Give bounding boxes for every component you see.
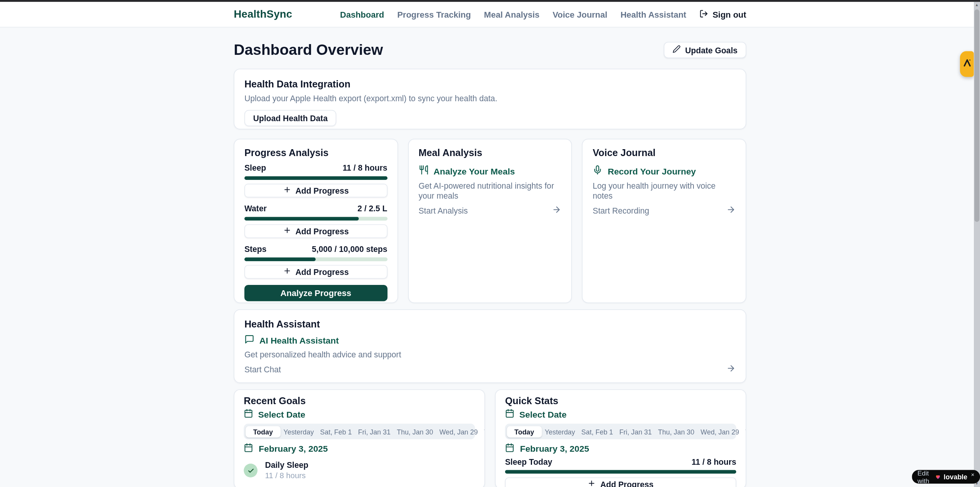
tab-thu-jan-30[interactable]: Thu, Jan 30 — [655, 426, 697, 437]
steps-tracker-header: Steps 5,000 / 10,000 steps — [244, 244, 387, 254]
steps-progress-fill — [244, 257, 316, 261]
gradient-heart-icon — [936, 473, 940, 480]
card-description: Upload your Apple Health export (export.… — [244, 94, 736, 104]
plus-icon — [588, 479, 596, 487]
tab-fri-jan-31[interactable]: Fri, Jan 31 — [355, 426, 394, 437]
voice-journal-card: Voice Journal Record Your Journey Log yo… — [582, 139, 746, 303]
health-data-integration-card: Health Data Integration Upload your Appl… — [234, 69, 746, 129]
calendar-icon — [505, 443, 514, 454]
vertical-scrollbar[interactable]: ▲ ▼ — [973, 2, 980, 487]
lovable-editor-toggle-button[interactable] — [960, 51, 974, 77]
update-goals-button[interactable]: Update Goals — [664, 42, 746, 58]
plus-icon — [283, 186, 291, 196]
steps-progress-bar — [244, 257, 387, 261]
goal-name: Daily Sleep — [265, 461, 308, 470]
tracker-label: Water — [244, 204, 267, 214]
arrow-right-icon — [726, 364, 735, 375]
tab-wed-jan-29[interactable]: Wed, Jan 29 — [436, 426, 481, 437]
card-title: Recent Goals — [244, 395, 475, 407]
record-your-journey-link[interactable]: Record Your Journey — [593, 165, 736, 177]
tab-today[interactable]: Today — [245, 426, 280, 437]
add-water-progress-button[interactable]: Add Progress — [244, 224, 387, 238]
quick-stats-card: Quick Stats Select Date Today Yesterday … — [495, 389, 746, 487]
progress-analysis-card: Progress Analysis Sleep 11 / 8 hours Add… — [234, 139, 398, 303]
plus-icon — [283, 226, 291, 236]
app-logo: HealthSync — [234, 8, 292, 21]
tab-fri-jan-31[interactable]: Fri, Jan 31 — [616, 426, 655, 437]
sleep-today-header: Sleep Today 11 / 8 hours — [505, 457, 736, 467]
meal-analysis-card: Meal Analysis Analyze Your Meals Get AI-… — [408, 139, 572, 303]
stat-label: Sleep Today — [505, 457, 552, 467]
page-title: Dashboard Overview — [234, 41, 383, 59]
pencil-icon — [673, 45, 681, 55]
arrow-right-icon — [552, 205, 561, 217]
stat-value: 11 / 8 hours — [692, 457, 736, 467]
card-title: Health Assistant — [244, 318, 736, 330]
upload-health-data-button[interactable]: Upload Health Data — [244, 110, 336, 126]
arrow-right-icon — [726, 205, 735, 217]
tab-yesterday[interactable]: Yesterday — [542, 426, 578, 437]
sleep-progress-fill — [244, 176, 387, 180]
tab-today[interactable]: Today — [507, 426, 542, 437]
add-steps-progress-button[interactable]: Add Progress — [244, 265, 387, 279]
nav-meal-analysis[interactable]: Meal Analysis — [484, 10, 540, 19]
calendar-icon — [505, 409, 514, 420]
nav-voice-journal[interactable]: Voice Journal — [553, 10, 608, 19]
selected-date: February 3, 2025 — [505, 443, 736, 454]
calendar-icon — [244, 443, 253, 454]
select-date-button[interactable]: Select Date — [505, 409, 736, 420]
water-tracker-header: Water 2 / 2.5 L — [244, 204, 387, 214]
tab-sat-feb-1[interactable]: Sat, Feb 1 — [578, 426, 616, 437]
start-analysis-action[interactable]: Start Analysis — [418, 205, 562, 217]
select-date-button[interactable]: Select Date — [244, 409, 475, 420]
tab-wed-jan-29[interactable]: Wed, Jan 29 — [697, 426, 742, 437]
app-header: HealthSync Dashboard Progress Tracking M… — [0, 2, 980, 28]
analyze-your-meals-link[interactable]: Analyze Your Meals — [418, 165, 562, 177]
tab-tue-jan-28[interactable]: Tue, Jan 28 — [742, 426, 746, 437]
scrollbar-thumb[interactable] — [974, 9, 980, 222]
nav-dashboard[interactable]: Dashboard — [340, 10, 384, 19]
sleep-progress-bar — [244, 176, 387, 180]
date-tabs: Today Yesterday Sat, Feb 1 Fri, Jan 31 T… — [244, 424, 475, 439]
close-icon[interactable]: × — [971, 472, 975, 478]
tab-thu-jan-30[interactable]: Thu, Jan 30 — [394, 426, 436, 437]
card-title: Quick Stats — [505, 395, 736, 407]
sleep-tracker-header: Sleep 11 / 8 hours — [244, 163, 387, 173]
sign-out-button[interactable]: Sign out — [699, 9, 746, 20]
ai-health-assistant-link[interactable]: AI Health Assistant — [244, 334, 736, 346]
chat-bubble-icon — [244, 334, 254, 346]
lovable-glyph-icon — [962, 58, 972, 70]
recent-goals-card: Recent Goals Select Date Today Yesterday… — [234, 389, 485, 487]
start-recording-action[interactable]: Start Recording — [593, 205, 736, 217]
card-description: Get AI-powered nutritional insights for … — [418, 181, 562, 201]
nav-health-assistant[interactable]: Health Assistant — [621, 10, 687, 19]
analyze-progress-button[interactable]: Analyze Progress — [244, 285, 387, 301]
add-sleep-progress-button[interactable]: Add Progress — [244, 184, 387, 197]
log-out-icon — [699, 9, 708, 20]
card-title: Health Data Integration — [244, 78, 736, 90]
main-nav: Dashboard Progress Tracking Meal Analysi… — [340, 9, 746, 20]
start-chat-action[interactable]: Start Chat — [244, 364, 736, 375]
tab-yesterday[interactable]: Yesterday — [280, 426, 317, 437]
health-assistant-card: Health Assistant AI Health Assistant Get… — [234, 309, 746, 383]
utensils-icon — [418, 165, 428, 177]
sleep-today-progress-bar — [505, 470, 736, 474]
card-description: Log your health journey with voice notes — [593, 181, 736, 201]
tab-tue-jan-28[interactable]: Tue, Jan 28 — [481, 426, 485, 437]
plus-icon — [283, 267, 291, 277]
sleep-today-progress-fill — [505, 470, 736, 474]
goal-list-item: Daily Sleep 11 / 8 hours — [244, 461, 475, 480]
add-progress-button[interactable]: Add Progress — [505, 477, 736, 487]
scroll-up-arrow[interactable]: ▲ — [973, 2, 980, 8]
nav-progress-tracking[interactable]: Progress Tracking — [397, 10, 471, 19]
date-tabs: Today Yesterday Sat, Feb 1 Fri, Jan 31 T… — [505, 424, 736, 439]
check-circle-icon — [244, 464, 258, 477]
tracker-value: 11 / 8 hours — [343, 163, 387, 173]
tracker-value: 2 / 2.5 L — [357, 204, 387, 214]
tab-sat-feb-1[interactable]: Sat, Feb 1 — [317, 426, 355, 437]
edit-with-lovable-badge[interactable]: Edit with lovable × — [912, 470, 980, 484]
card-title: Meal Analysis — [418, 147, 562, 159]
healthsync-app: HealthSync Dashboard Progress Tracking M… — [0, 0, 980, 487]
goal-value: 11 / 8 hours — [265, 471, 308, 480]
microphone-icon — [593, 165, 603, 177]
